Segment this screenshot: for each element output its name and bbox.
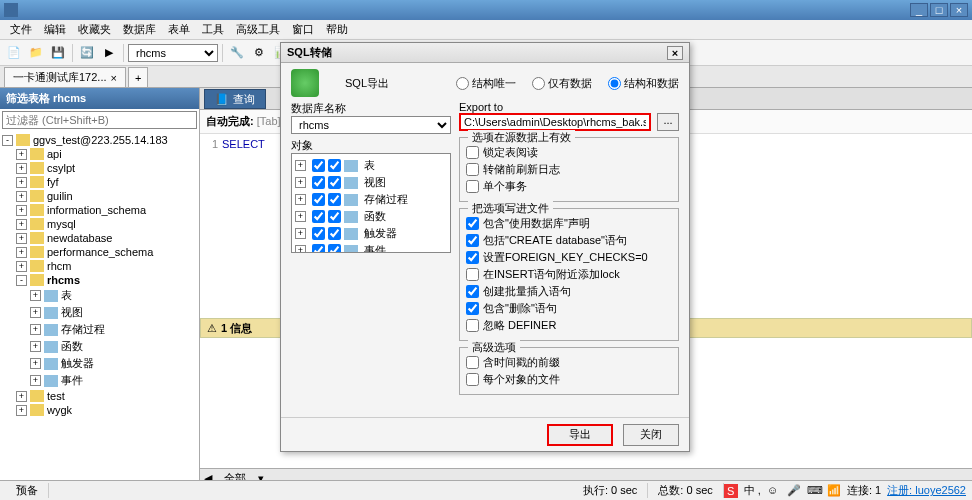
tree-node[interactable]: -ggvs_test@223.255.14.183 [2, 133, 197, 147]
menubar: 文件编辑收藏夹数据库表单工具高级工具窗口帮助 [0, 20, 972, 40]
tb-refresh-icon[interactable]: 🔄 [77, 43, 97, 63]
obj-触发器[interactable]: +触发器 [295, 225, 447, 242]
chk-忽略 DEFINER[interactable]: 忽略 DEFINER [466, 317, 672, 334]
source-options-group: 选项在源数据上有效 锁定表阅读 转储前刷新日志 单个事务 [459, 137, 679, 202]
radio-2[interactable]: 结构和数据 [608, 76, 679, 91]
close-button[interactable]: × [950, 3, 968, 17]
obj-函数[interactable]: +函数 [295, 208, 447, 225]
radio-0[interactable]: 结构唯一 [456, 76, 516, 91]
menu-表单[interactable]: 表单 [162, 20, 196, 39]
chk-在INSERT语句附近添加lock[interactable]: 在INSERT语句附近添加lock [466, 266, 672, 283]
tb-save-icon[interactable]: 💾 [48, 43, 68, 63]
obj-存储过程[interactable]: +存储过程 [295, 191, 447, 208]
sidebar: 筛选表格 rhcms -ggvs_test@223.255.14.183+api… [0, 88, 200, 488]
tree-node[interactable]: +视图 [2, 304, 197, 321]
dialog-close-button[interactable]: × [667, 46, 683, 60]
window-titlebar: _ □ × [0, 0, 972, 20]
editor-tab-query[interactable]: 📘 查询 [204, 89, 266, 109]
menu-编辑[interactable]: 编辑 [38, 20, 72, 39]
chk-每个对象的文件[interactable]: 每个对象的文件 [466, 371, 672, 388]
menu-窗口[interactable]: 窗口 [286, 20, 320, 39]
export-tab-label: SQL导出 [345, 76, 389, 91]
tree-node[interactable]: +函数 [2, 338, 197, 355]
tb-tool2-icon[interactable]: ⚙ [249, 43, 269, 63]
db-name-label: 数据库名称 [291, 101, 451, 116]
tb-run-icon[interactable]: ▶ [99, 43, 119, 63]
tree-node[interactable]: +newdatabase [2, 231, 197, 245]
chk-含时间戳的前缀[interactable]: 含时间戳的前缀 [466, 354, 672, 371]
export-path-input[interactable] [459, 113, 651, 131]
file-options-group: 把选项写进文件 包含"使用数据库"声明 包括"CREATE database"语… [459, 208, 679, 341]
sb-icon2[interactable]: 🎤 [787, 484, 801, 498]
menu-收藏夹[interactable]: 收藏夹 [72, 20, 117, 39]
statusbar: 预备 执行: 0 sec 总数: 0 sec S 中 , ☺ 🎤 ⌨ 📶 连接:… [0, 480, 972, 500]
tree-node[interactable]: +guilin [2, 189, 197, 203]
tree-node[interactable]: +fyf [2, 175, 197, 189]
menu-帮助[interactable]: 帮助 [320, 20, 354, 39]
sb-icon1[interactable]: ☺ [767, 484, 781, 498]
advanced-options-group: 高级选项 含时间戳的前缀 每个对象的文件 [459, 347, 679, 395]
tree-node[interactable]: +触发器 [2, 355, 197, 372]
export-to-label: Export to [459, 101, 679, 113]
tree-node[interactable]: +mysql [2, 217, 197, 231]
objects-label: 对象 [291, 138, 451, 153]
tree-node[interactable]: +information_schema [2, 203, 197, 217]
menu-高级工具[interactable]: 高级工具 [230, 20, 286, 39]
tb-tool1-icon[interactable]: 🔧 [227, 43, 247, 63]
obj-视图[interactable]: +视图 [295, 174, 447, 191]
app-icon [4, 3, 18, 17]
db-selector[interactable]: rhcms [128, 44, 218, 62]
tree-node[interactable]: +事件 [2, 372, 197, 389]
ime-icon[interactable]: S [724, 484, 738, 498]
sb-icon4[interactable]: 📶 [827, 484, 841, 498]
obj-事件[interactable]: +事件 [295, 242, 447, 253]
filter-title: 筛选表格 rhcms [0, 88, 199, 109]
radio-1[interactable]: 仅有数据 [532, 76, 592, 91]
close-button[interactable]: 关闭 [623, 424, 679, 446]
tree-node[interactable]: +存储过程 [2, 321, 197, 338]
sql-dump-dialog: SQL转储 × SQL导出 结构唯一 仅有数据 结构和数据 数据库名称 rhcm… [280, 42, 690, 452]
status-conn: 连接: 1 [847, 483, 881, 498]
sb-icon3[interactable]: ⌨ [807, 484, 821, 498]
tree-node[interactable]: +表 [2, 287, 197, 304]
chk-包含"使用数据库"声明[interactable]: 包含"使用数据库"声明 [466, 215, 672, 232]
chk-设置FOREIGN_KEY_CHECKS=0[interactable]: 设置FOREIGN_KEY_CHECKS=0 [466, 249, 672, 266]
chk-单个事务[interactable]: 单个事务 [466, 178, 672, 195]
menu-文件[interactable]: 文件 [4, 20, 38, 39]
menu-数据库[interactable]: 数据库 [117, 20, 162, 39]
db-name-select[interactable]: rhcms [291, 116, 451, 134]
chk-锁定表阅读[interactable]: 锁定表阅读 [466, 144, 672, 161]
ime-text: 中 , [744, 483, 761, 498]
tree-node[interactable]: +csylpt [2, 161, 197, 175]
chk-转储前刷新日志[interactable]: 转储前刷新日志 [466, 161, 672, 178]
tab-close-icon[interactable]: × [111, 72, 117, 84]
dialog-titlebar: SQL转储 × [281, 43, 689, 63]
tree-node[interactable]: +performance_schema [2, 245, 197, 259]
main-tab[interactable]: 一卡通测试库172...× [4, 67, 126, 87]
chk-包含"删除"语句[interactable]: 包含"删除"语句 [466, 300, 672, 317]
new-tab-button[interactable]: + [128, 67, 148, 87]
tb-open-icon[interactable]: 📁 [26, 43, 46, 63]
status-total: 总数: 0 sec [648, 483, 723, 498]
tree-node[interactable]: +wygk [2, 403, 197, 417]
filter-input[interactable] [2, 111, 197, 129]
chk-包括"CREATE database"语句[interactable]: 包括"CREATE database"语句 [466, 232, 672, 249]
minimize-button[interactable]: _ [910, 3, 928, 17]
status-reg: 注册: luoye2562 [887, 483, 966, 498]
menu-工具[interactable]: 工具 [196, 20, 230, 39]
status-exec: 执行: 0 sec [573, 483, 648, 498]
obj-表[interactable]: +表 [295, 157, 447, 174]
db-tree[interactable]: -ggvs_test@223.255.14.183+api+csylpt+fyf… [0, 131, 199, 488]
export-button[interactable]: 导出 [547, 424, 613, 446]
browse-button[interactable]: ... [657, 113, 679, 131]
export-icon [291, 69, 319, 97]
chk-创建批量插入语句[interactable]: 创建批量插入语句 [466, 283, 672, 300]
tb-new-icon[interactable]: 📄 [4, 43, 24, 63]
tree-node[interactable]: -rhcms [2, 273, 197, 287]
status-ready: 预备 [6, 483, 49, 498]
objects-tree[interactable]: +表+视图+存储过程+函数+触发器+事件 [291, 153, 451, 253]
maximize-button[interactable]: □ [930, 3, 948, 17]
tree-node[interactable]: +api [2, 147, 197, 161]
tree-node[interactable]: +rhcm [2, 259, 197, 273]
tree-node[interactable]: +test [2, 389, 197, 403]
